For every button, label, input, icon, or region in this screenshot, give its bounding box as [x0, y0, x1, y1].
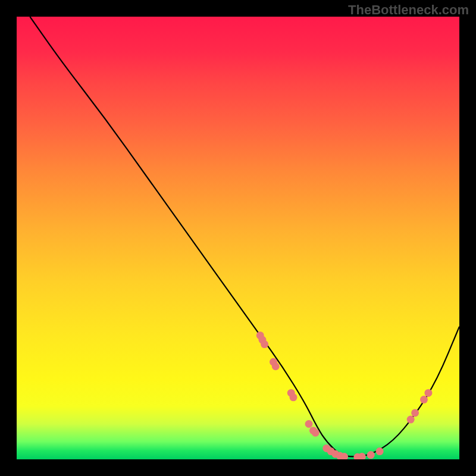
watermark-text: TheBottleneck.com: [348, 2, 469, 18]
data-point: [424, 389, 432, 397]
data-point: [312, 429, 320, 437]
data-point: [407, 416, 415, 424]
chart-svg: [17, 17, 459, 459]
data-point: [376, 447, 384, 455]
data-point: [420, 396, 428, 403]
data-point: [261, 340, 268, 348]
bottleneck-curve: [30, 17, 459, 456]
data-point: [411, 409, 419, 416]
data-point: [290, 393, 298, 401]
data-points-group: [256, 331, 433, 459]
plot-area: [17, 17, 459, 459]
data-point: [367, 451, 375, 459]
data-point: [305, 420, 313, 428]
data-point: [272, 362, 280, 370]
